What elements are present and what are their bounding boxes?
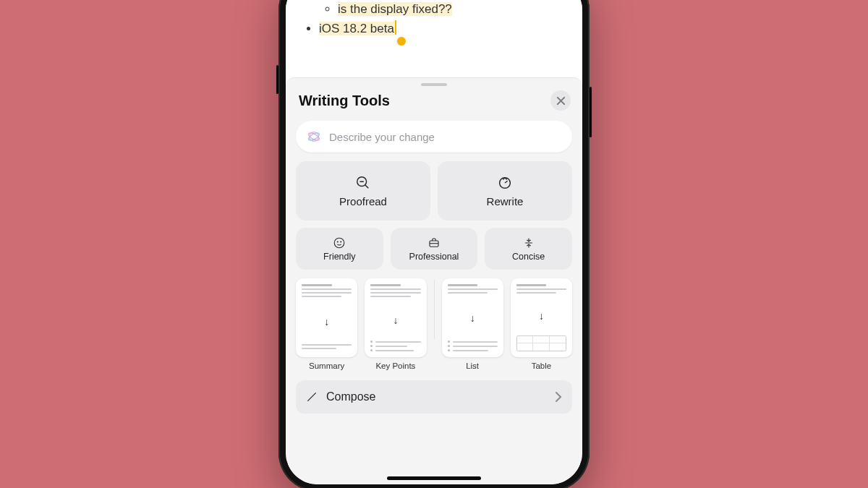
concise-icon (522, 236, 535, 249)
summary-button[interactable]: ↓ Summary (296, 278, 357, 370)
home-indicator[interactable] (387, 476, 481, 480)
note-item[interactable]: iPad mini 7 reviews is the display fixed… (319, 0, 569, 20)
keypoints-button[interactable]: ↓ Key Points (365, 278, 426, 370)
svg-point-10 (341, 241, 341, 242)
chevron-right-icon (555, 391, 562, 403)
sheet-header: Writing Tools (286, 89, 582, 118)
prompt-placeholder: Describe your change (329, 131, 435, 143)
tone-actions-row: Friendly Professional Concise (286, 228, 582, 270)
note-subitem[interactable]: is the display fixed?? (338, 0, 569, 19)
svg-line-7 (505, 181, 508, 183)
proofread-button[interactable]: Proofread (296, 161, 430, 221)
selection-handle-icon[interactable] (397, 37, 406, 46)
summary-label: Summary (309, 361, 344, 370)
format-actions-row: ↓ Summary ↓ Key Points (286, 270, 582, 370)
briefcase-icon (427, 236, 441, 249)
professional-button[interactable]: Professional (391, 228, 478, 270)
phone-screen: iPad mini 7 reviews is the display fixed… (286, 0, 582, 484)
svg-point-9 (338, 241, 339, 242)
compose-button[interactable]: Compose (296, 380, 572, 414)
rewrite-label: Rewrite (487, 195, 524, 207)
phone-frame: iPad mini 7 reviews is the display fixed… (278, 0, 590, 488)
close-button[interactable] (550, 90, 571, 111)
note-subtext: is the display fixed?? (338, 2, 452, 16)
friendly-button[interactable]: Friendly (296, 228, 383, 270)
describe-change-input[interactable]: Describe your change (296, 121, 572, 153)
table-button[interactable]: ↓ Table (511, 278, 572, 370)
concise-label: Concise (512, 252, 545, 262)
primary-actions-row: Proofread Rewrite (286, 161, 582, 221)
smile-icon (333, 236, 346, 249)
divider (434, 280, 435, 339)
magnifier-check-icon (355, 175, 371, 191)
rewrite-button[interactable]: Rewrite (438, 161, 572, 221)
sheet-title: Writing Tools (299, 93, 390, 109)
concise-button[interactable]: Concise (485, 228, 572, 270)
table-thumb-icon: ↓ (511, 278, 572, 357)
keypoints-label: Key Points (375, 361, 415, 370)
list-button[interactable]: ↓ List (442, 278, 503, 370)
friendly-label: Friendly (323, 252, 355, 262)
sheet-grabber[interactable] (421, 83, 447, 86)
svg-point-8 (335, 238, 345, 248)
summary-thumb-icon: ↓ (296, 278, 357, 357)
list-label: List (466, 361, 479, 370)
keypoints-thumb-icon: ↓ (365, 278, 426, 357)
pencil-icon (306, 391, 318, 403)
notes-editor[interactable]: iPad mini 7 reviews is the display fixed… (286, 0, 582, 77)
note-item[interactable]: iOS 18.2 beta (319, 20, 569, 38)
close-icon (556, 96, 566, 106)
professional-label: Professional (409, 252, 459, 262)
rewrite-icon (497, 175, 513, 191)
list-thumb-icon: ↓ (442, 278, 503, 357)
compose-label: Compose (326, 390, 375, 403)
note-text: iOS 18.2 beta (319, 22, 394, 35)
text-cursor (395, 20, 396, 35)
writing-tools-sheet: Writing Tools Describe your change (286, 77, 582, 484)
table-label: Table (532, 361, 552, 370)
proofread-label: Proofread (339, 195, 387, 207)
apple-intelligence-icon (306, 129, 322, 145)
svg-line-4 (365, 184, 368, 187)
